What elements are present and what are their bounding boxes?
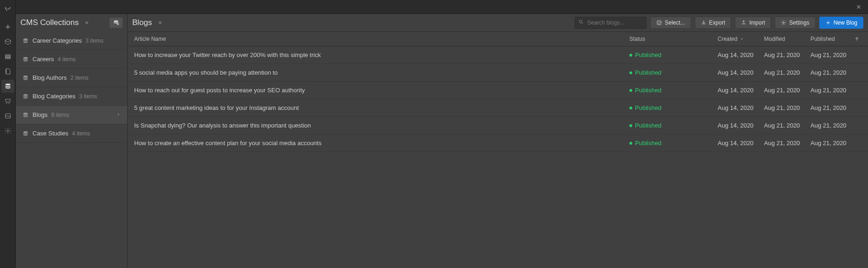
status-dot-icon <box>629 54 632 57</box>
cell-name: How to reach out for guest posts to incr… <box>134 87 629 94</box>
webflow-logo-icon[interactable] <box>1 3 14 16</box>
column-modified[interactable]: Modified <box>764 36 810 42</box>
status-dot-icon <box>629 124 632 127</box>
collection-count: 4 items <box>72 130 90 137</box>
settings-icon[interactable] <box>1 124 14 137</box>
column-created[interactable]: Created <box>718 36 764 42</box>
collection-count: 3 items <box>79 93 97 100</box>
status-dot-icon <box>629 89 632 92</box>
collection-name: Careers <box>32 56 54 63</box>
cell-modified: Aug 21, 2020 <box>764 51 810 58</box>
new-blog-button[interactable]: New Blog <box>819 17 863 29</box>
status-dot-icon <box>629 107 632 109</box>
svg-rect-0 <box>5 55 10 56</box>
cell-modified: Aug 21, 2020 <box>764 69 810 76</box>
cell-status: Published <box>629 69 718 76</box>
cell-modified: Aug 21, 2020 <box>764 140 810 147</box>
cell-name: How to create an effective content plan … <box>134 140 629 147</box>
ecommerce-icon[interactable] <box>1 95 14 108</box>
collection-item[interactable]: Blogs6 items <box>16 106 127 124</box>
search-input[interactable] <box>575 17 647 29</box>
svg-point-5 <box>579 20 582 23</box>
svg-rect-1 <box>5 56 10 57</box>
select-button[interactable]: Select... <box>650 17 691 29</box>
column-status[interactable]: Status <box>629 36 718 42</box>
cell-status: Published <box>629 51 718 58</box>
settings-button[interactable]: Settings <box>775 17 815 29</box>
collections-panel: CMS Collections Career Categories3 items… <box>16 14 128 268</box>
cell-modified: Aug 21, 2020 <box>764 87 810 94</box>
cell-status: Published <box>629 87 718 94</box>
collection-item[interactable]: Blog Authors2 items <box>16 69 127 87</box>
detail-panel: Blogs Select... Export Import Settings N… <box>128 14 868 268</box>
svg-point-7 <box>783 22 784 24</box>
cell-created: Aug 14, 2020 <box>718 87 764 94</box>
add-icon[interactable] <box>1 20 14 33</box>
cms-icon[interactable] <box>1 80 14 93</box>
cell-status: Published <box>629 140 718 147</box>
cell-published: Aug 21, 2020 <box>810 122 852 129</box>
column-article-name[interactable]: Article Name <box>134 36 629 42</box>
detail-title: Blogs <box>132 18 152 27</box>
export-button[interactable]: Export <box>695 17 732 29</box>
collection-item[interactable]: Career Categories3 items <box>16 32 127 50</box>
cell-created: Aug 14, 2020 <box>718 104 764 111</box>
svg-rect-2 <box>5 58 10 59</box>
cell-status: Published <box>629 104 718 111</box>
assets-icon[interactable] <box>1 109 14 122</box>
cell-published: Aug 21, 2020 <box>810 104 852 111</box>
collections-title: CMS Collections <box>20 18 79 27</box>
close-icon[interactable] <box>854 2 863 12</box>
cell-status: Published <box>629 122 718 129</box>
cell-created: Aug 14, 2020 <box>718 140 764 147</box>
table-row[interactable]: How to increase your Twitter reach by ov… <box>128 46 868 64</box>
collection-name: Blogs <box>32 111 48 118</box>
column-published[interactable]: Published <box>810 36 852 42</box>
table-body: How to increase your Twitter reach by ov… <box>128 46 868 268</box>
collection-item[interactable]: Blog Categories3 items <box>16 87 127 106</box>
collection-count: 6 items <box>52 112 70 118</box>
add-collection-button[interactable] <box>110 18 123 28</box>
cell-modified: Aug 21, 2020 <box>764 104 810 111</box>
sort-desc-icon <box>739 37 744 41</box>
svg-rect-6 <box>657 21 661 25</box>
box-icon[interactable] <box>1 35 14 48</box>
cell-published: Aug 21, 2020 <box>810 140 852 147</box>
collection-name: Case Studies <box>32 130 68 137</box>
collections-header: CMS Collections <box>16 14 127 32</box>
cell-name: 5 great content marketing ideas to for y… <box>134 104 629 111</box>
table-row[interactable]: How to reach out for guest posts to incr… <box>128 82 868 99</box>
layers-icon[interactable] <box>1 50 14 63</box>
pages-icon[interactable] <box>1 65 14 78</box>
collection-list: Career Categories3 itemsCareers4 itemsBl… <box>16 32 127 268</box>
topbar <box>16 0 868 14</box>
svg-point-4 <box>7 130 9 132</box>
collection-item[interactable]: Case Studies4 items <box>16 124 127 143</box>
collection-item[interactable]: Careers4 items <box>16 50 127 69</box>
cell-name: Is Snapchat dying? Our analysis to answe… <box>134 122 629 129</box>
chevron-right-icon <box>116 111 121 118</box>
pin-icon[interactable] <box>852 36 862 42</box>
collection-name: Blog Authors <box>32 74 67 81</box>
table-header: Article Name Status Created Modified Pub… <box>128 32 868 46</box>
cell-created: Aug 14, 2020 <box>718 122 764 129</box>
import-button[interactable]: Import <box>735 17 771 29</box>
collection-count: 2 items <box>71 75 89 81</box>
collection-count: 3 items <box>85 38 104 44</box>
collection-name: Blog Categories <box>32 93 76 100</box>
table-row[interactable]: 5 great content marketing ideas to for y… <box>128 99 868 117</box>
collection-name: Career Categories <box>32 37 82 44</box>
cell-created: Aug 14, 2020 <box>718 51 764 58</box>
cell-name: 5 social media apps you should be paying… <box>134 69 629 76</box>
table-row[interactable]: Is Snapchat dying? Our analysis to answe… <box>128 117 868 134</box>
icon-rail <box>0 0 16 268</box>
close-collections-icon[interactable] <box>83 19 91 27</box>
status-dot-icon <box>629 142 632 145</box>
close-detail-icon[interactable] <box>156 19 164 27</box>
table-row[interactable]: 5 social media apps you should be paying… <box>128 64 868 82</box>
detail-header: Blogs Select... Export Import Settings N… <box>128 14 868 32</box>
cell-modified: Aug 21, 2020 <box>764 122 810 129</box>
status-dot-icon <box>629 71 632 74</box>
cell-published: Aug 21, 2020 <box>810 51 852 58</box>
table-row[interactable]: How to create an effective content plan … <box>128 134 868 152</box>
